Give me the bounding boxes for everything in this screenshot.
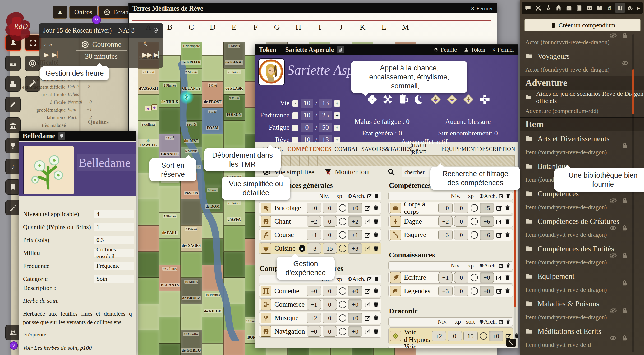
skill-niv-box[interactable]: -3 — [307, 243, 321, 254]
skill-xp-box[interactable]: 15 — [323, 243, 337, 254]
skill-niv-box[interactable]: +2 — [307, 313, 321, 323]
tmr-cell-B10[interactable] — [159, 291, 181, 317]
edit-icon[interactable] — [364, 245, 371, 252]
tmr-cell-E11[interactable] — [223, 304, 245, 330]
field-input[interactable]: 4 — [94, 210, 134, 218]
skill-niv-box[interactable]: +2 — [307, 216, 321, 227]
skill-row-cuisine[interactable]: Cuisine▲-315+3 — [259, 242, 381, 254]
field-input[interactable]: 1 — [94, 223, 134, 231]
skill-row-légendes[interactable]: Légendes+30+0 — [388, 285, 513, 297]
edit-icon[interactable] — [505, 333, 512, 339]
tab-combat[interactable]: COMBAT — [332, 143, 361, 155]
chance-icon[interactable] — [366, 93, 378, 106]
skill-niv-box[interactable]: +2 — [432, 331, 446, 341]
tmr-cell-C1[interactable] — [181, 42, 202, 68]
tab-savoirstaches[interactable]: SAVOIRS&TACHES — [361, 143, 412, 155]
skill-row-voiedhypnos[interactable]: Voie d'Hypnos+2015+0 — [388, 327, 513, 344]
fast-forward-buttons[interactable]: ▶▶ ▶▏ — [142, 51, 163, 58]
skill-roll-circle[interactable] — [339, 314, 346, 322]
skill-row-corpsàcorps[interactable]: Corps à corps+00+5 — [388, 202, 513, 214]
skill-xp-box[interactable]: 0 — [454, 203, 468, 213]
sidebar-tab-items[interactable] — [564, 3, 574, 13]
tmr-cell-A4[interactable] — [138, 121, 159, 147]
skill-niv-box[interactable]: +1 — [307, 299, 321, 310]
encaissement-icon[interactable] — [381, 93, 394, 106]
tmr-cell-E9[interactable] — [223, 252, 245, 278]
skill-roll-circle[interactable] — [471, 274, 478, 281]
tmr-titlebar[interactable]: Terres Médianes de Rêve × Fermer — [129, 3, 497, 13]
tmr-cell-A7[interactable] — [138, 199, 159, 225]
field-select[interactable]: Soin — [94, 275, 134, 283]
tab-hautrve[interactable]: HAUT-RÊVE — [412, 143, 441, 155]
sheet-token-button[interactable]: Token — [464, 46, 485, 53]
stat-increase-button[interactable]: + — [334, 112, 340, 119]
skill-xp-box[interactable]: 0 — [454, 230, 468, 240]
tmr-cell-E2[interactable] — [223, 68, 245, 94]
moon-icon[interactable]: ☾ — [144, 40, 150, 47]
tmr-cell-B6[interactable] — [159, 186, 181, 212]
tool-dice[interactable] — [5, 76, 21, 92]
nav-collapse-button[interactable]: ▲ — [53, 6, 67, 19]
stat-current[interactable]: 10 — [301, 111, 313, 120]
edit-icon[interactable] — [364, 328, 371, 335]
skill-niv-box[interactable]: +0 — [307, 326, 321, 337]
tmr-cell-A9[interactable] — [138, 252, 159, 278]
ornament-diamond-icon[interactable] — [446, 93, 458, 106]
skill-niv-box[interactable]: +2 — [438, 216, 453, 227]
sidebar-tab-cards[interactable] — [595, 3, 605, 13]
skill-roll-circle[interactable] — [339, 245, 346, 252]
skill-xp-box[interactable]: 0 — [454, 272, 468, 283]
sidebar-tab-chat[interactable] — [523, 3, 533, 13]
sidebar-tab-gear[interactable] — [625, 3, 635, 13]
skill-xp-box[interactable]: 0 — [323, 230, 337, 240]
belledame-titlebar[interactable]: Belledame — [19, 131, 136, 141]
skill-xp-box[interactable]: 0 — [454, 286, 468, 296]
edit-icon[interactable] — [364, 315, 371, 321]
tmr-cell-C4[interactable] — [181, 121, 202, 147]
sommeil-icon[interactable]: zz — [412, 93, 424, 106]
stat-current[interactable]: 10 — [301, 99, 313, 108]
skill-xp-box[interactable]: 0 — [323, 203, 337, 213]
stat-max[interactable]: 25 — [319, 111, 332, 120]
sidebar-tab-actors[interactable] — [554, 3, 564, 13]
tmr-cell-E12[interactable] — [223, 330, 245, 355]
tmr-cell-B8[interactable] — [159, 239, 181, 265]
tmr-cell-C10[interactable] — [181, 278, 202, 304]
sheet-close-button[interactable]: × Fermer — [492, 46, 514, 53]
play-skip-buttons[interactable]: ▶ ▶▏ — [44, 51, 62, 58]
skill-roll-circle[interactable] — [339, 301, 346, 308]
skill-xp-box[interactable]: 0 — [323, 326, 337, 337]
trash-icon[interactable] — [373, 205, 379, 211]
avatar[interactable] — [258, 58, 285, 85]
skill-xp-box[interactable]: 0 — [323, 299, 337, 310]
skill-xp-box[interactable]: 0 — [323, 286, 337, 296]
trash-icon[interactable] — [504, 205, 511, 211]
tab-comptences[interactable]: COMPÉTENCES — [287, 143, 332, 155]
ornament-diamond-icon[interactable] — [430, 93, 442, 106]
scrollbar-thumb[interactable] — [514, 170, 516, 307]
skill-row-voiedenarcos[interactable]: Voie de Narcos+300+0 — [388, 346, 513, 348]
skill-row-chant[interactable]: Chant+20+2 — [259, 215, 381, 227]
compendium-folder[interactable]: Ombres de Thanatos — [520, 351, 644, 355]
tmr-cell-C9[interactable] — [181, 252, 202, 278]
sidebar-tab-swords[interactable] — [533, 3, 543, 13]
sidebar-tab-scenes[interactable] — [544, 3, 553, 13]
skill-roll-circle[interactable] — [339, 328, 346, 335]
reserve-spell-marker[interactable]: ◆ — [145, 106, 151, 111]
toggle-show-all[interactable]: ✕ Montrer tout — [324, 168, 370, 176]
tmr-cell-D2[interactable] — [202, 81, 223, 108]
tmr-close-button[interactable]: × Fermer — [471, 5, 493, 12]
tmr-cell-B7[interactable] — [159, 212, 181, 239]
skill-arch-box[interactable]: +2 — [348, 216, 362, 227]
edit-icon[interactable] — [364, 288, 371, 294]
edit-icon[interactable] — [496, 218, 502, 225]
edit-icon[interactable] — [496, 205, 502, 211]
tmr-cell-C12[interactable] — [181, 330, 202, 355]
sidebar-tab-books[interactable] — [615, 3, 625, 13]
stat-decrease-button[interactable]: - — [292, 125, 298, 131]
skill-arch-box[interactable]: +0 — [480, 272, 494, 283]
skill-niv-box[interactable]: +0 — [307, 286, 321, 296]
time-increment[interactable]: 30 minutes — [71, 52, 132, 61]
trash-icon[interactable] — [373, 301, 379, 308]
skill-arch-box[interactable]: +0 — [489, 331, 503, 341]
